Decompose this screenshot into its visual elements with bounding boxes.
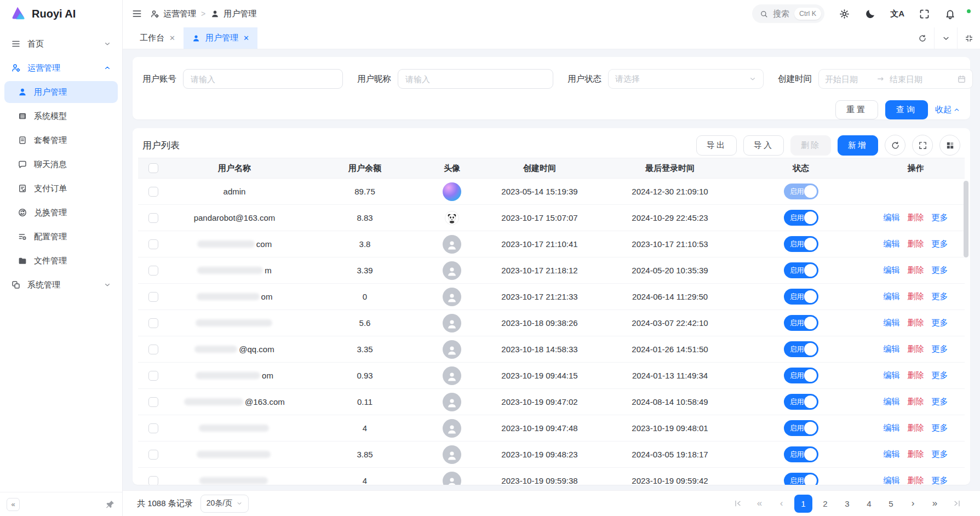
more-link[interactable]: 更多 xyxy=(932,291,948,302)
dark-mode-moon-icon[interactable] xyxy=(864,8,876,20)
page-button-4[interactable]: 4 xyxy=(860,495,878,513)
notifications-bell-icon[interactable] xyxy=(944,8,956,20)
close-icon[interactable]: ✕ xyxy=(243,34,249,42)
status-toggle[interactable]: 启用 xyxy=(784,446,818,462)
collapse-filters-link[interactable]: 收起 xyxy=(935,105,960,115)
row-checkbox[interactable] xyxy=(148,318,158,328)
status-toggle[interactable]: 启用 xyxy=(784,210,818,226)
sidebar-item-home[interactable]: 首页 xyxy=(4,33,118,55)
delete-link[interactable]: 删除 xyxy=(908,449,924,460)
status-toggle[interactable]: 启用 xyxy=(784,368,818,383)
edit-link[interactable]: 编辑 xyxy=(884,370,900,381)
start-date-input[interactable] xyxy=(825,74,872,84)
sidebar-item-chat-messages[interactable]: 聊天消息 xyxy=(4,153,118,175)
page-button-1[interactable]: 1 xyxy=(794,495,812,513)
row-checkbox[interactable] xyxy=(148,187,158,197)
row-checkbox[interactable] xyxy=(148,213,158,223)
end-date-input[interactable] xyxy=(890,74,937,84)
sidebar-item-system-model[interactable]: 系统模型 xyxy=(4,105,118,127)
back-pages-button[interactable]: « xyxy=(750,495,769,513)
close-icon[interactable]: ✕ xyxy=(169,34,175,42)
page-button-3[interactable]: 3 xyxy=(838,495,856,513)
row-checkbox[interactable] xyxy=(148,371,158,381)
prev-page-button[interactable]: ‹ xyxy=(772,495,790,513)
fullscreen-icon[interactable] xyxy=(919,8,930,20)
refresh-table-button[interactable] xyxy=(885,135,906,156)
status-select[interactable]: 请选择 xyxy=(608,69,764,89)
row-checkbox[interactable] xyxy=(148,476,158,485)
delete-link[interactable]: 删除 xyxy=(908,370,924,381)
row-checkbox[interactable] xyxy=(148,266,158,276)
page-button-2[interactable]: 2 xyxy=(816,495,834,513)
search-button[interactable]: 查询 xyxy=(885,100,928,119)
export-button[interactable]: 导出 xyxy=(696,135,737,156)
edit-link[interactable]: 编辑 xyxy=(884,291,900,302)
more-link[interactable]: 更多 xyxy=(932,397,948,407)
delete-link[interactable]: 删除 xyxy=(908,239,924,249)
hamburger-icon[interactable] xyxy=(131,8,142,19)
more-link[interactable]: 更多 xyxy=(932,449,948,460)
more-link[interactable]: 更多 xyxy=(932,344,948,354)
tabs-refresh-button[interactable] xyxy=(911,27,934,49)
global-search[interactable]: 搜索 Ctrl K xyxy=(752,4,824,23)
date-range-picker[interactable] xyxy=(818,69,973,89)
delete-link[interactable]: 删除 xyxy=(908,475,924,485)
more-link[interactable]: 更多 xyxy=(932,370,948,381)
status-toggle[interactable]: 启用 xyxy=(784,262,818,278)
status-toggle[interactable]: 启用 xyxy=(784,341,818,357)
edit-link[interactable]: 编辑 xyxy=(884,213,900,223)
edit-link[interactable]: 编辑 xyxy=(884,449,900,460)
sidebar-item-config-management[interactable]: 配置管理 xyxy=(4,226,118,248)
reset-button[interactable]: 重置 xyxy=(835,100,878,119)
account-input[interactable] xyxy=(183,69,343,89)
select-all-checkbox[interactable] xyxy=(148,163,158,173)
table-scrollbar[interactable] xyxy=(964,181,968,481)
page-size-select[interactable]: 20条/页 xyxy=(200,495,249,513)
nickname-input[interactable] xyxy=(398,69,553,89)
sidebar-item-user-management[interactable]: 用户管理 xyxy=(4,81,118,103)
row-checkbox[interactable] xyxy=(148,239,158,249)
tab-user-management[interactable]: 用户管理 ✕ xyxy=(184,27,257,49)
more-link[interactable]: 更多 xyxy=(932,265,948,276)
language-icon[interactable]: 文A xyxy=(890,8,904,20)
row-checkbox[interactable] xyxy=(148,292,158,302)
first-page-button[interactable] xyxy=(729,495,747,513)
edit-link[interactable]: 编辑 xyxy=(884,475,900,485)
more-link[interactable]: 更多 xyxy=(932,423,948,433)
delete-link[interactable]: 删除 xyxy=(908,213,924,223)
status-toggle[interactable]: 启用 xyxy=(784,420,818,436)
add-button[interactable]: 新增 xyxy=(838,135,878,156)
page-button-5[interactable]: 5 xyxy=(882,495,900,513)
sidebar-item-redeem-management[interactable]: 兑换管理 xyxy=(4,202,118,223)
last-page-button[interactable] xyxy=(948,495,966,513)
sidebar-item-package-management[interactable]: 套餐管理 xyxy=(4,129,118,151)
row-checkbox[interactable] xyxy=(148,345,158,354)
delete-button[interactable]: 删除 xyxy=(790,135,831,156)
sidebar-group-operations[interactable]: 运营管理 xyxy=(4,57,118,79)
delete-link[interactable]: 删除 xyxy=(908,344,924,354)
import-button[interactable]: 导入 xyxy=(743,135,784,156)
edit-link[interactable]: 编辑 xyxy=(884,344,900,354)
status-toggle[interactable]: 启用 xyxy=(784,394,818,410)
status-toggle[interactable]: 启用 xyxy=(784,184,818,199)
status-toggle[interactable]: 启用 xyxy=(784,236,818,252)
tab-workbench[interactable]: 工作台 ✕ xyxy=(131,27,184,49)
tabs-menu-button[interactable] xyxy=(934,27,957,49)
edit-link[interactable]: 编辑 xyxy=(884,397,900,407)
row-checkbox[interactable] xyxy=(148,397,158,407)
status-toggle[interactable]: 启用 xyxy=(784,315,818,331)
breadcrumb-operations[interactable]: 运营管理 xyxy=(150,9,196,19)
more-link[interactable]: 更多 xyxy=(932,213,948,223)
more-link[interactable]: 更多 xyxy=(932,239,948,249)
content-fullscreen-button[interactable] xyxy=(957,27,980,49)
pin-icon[interactable] xyxy=(105,499,116,510)
edit-link[interactable]: 编辑 xyxy=(884,265,900,276)
row-checkbox[interactable] xyxy=(148,423,158,433)
sidebar-group-system[interactable]: 系统管理 xyxy=(4,274,118,296)
forward-pages-button[interactable]: » xyxy=(926,495,944,513)
delete-link[interactable]: 删除 xyxy=(908,291,924,302)
breadcrumb-user-management[interactable]: 用户管理 xyxy=(210,9,256,19)
status-toggle[interactable]: 启用 xyxy=(784,289,818,305)
delete-link[interactable]: 删除 xyxy=(908,265,924,276)
status-toggle[interactable]: 启用 xyxy=(784,473,818,485)
